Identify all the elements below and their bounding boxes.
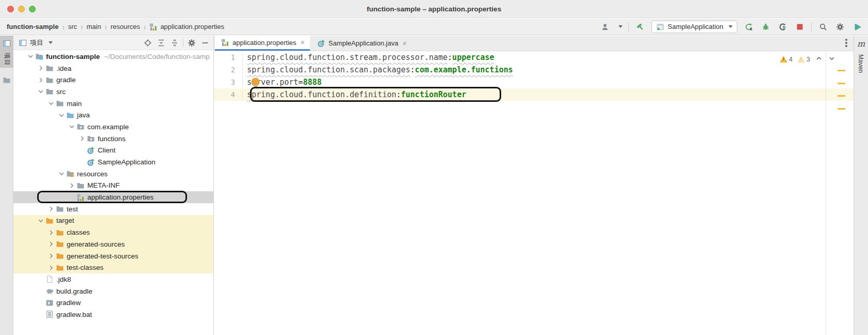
settings-gear-button[interactable]: [834, 21, 846, 33]
tree-chevron-right-icon[interactable]: [47, 252, 56, 260]
tree-item-generated-test-sources[interactable]: generated-test-sources: [13, 250, 213, 262]
tree-item-function-sample[interactable]: function-sample~/Documents/Code/function…: [13, 51, 213, 63]
tree-item-com-example[interactable]: com.example: [13, 121, 213, 133]
tree-item-resources[interactable]: resources: [13, 168, 213, 180]
tree-item-functions[interactable]: functions: [13, 133, 213, 145]
tree-chevron-down-icon[interactable]: [57, 111, 66, 119]
tree-item-main[interactable]: main: [13, 98, 213, 110]
folder-orange-icon: [56, 264, 64, 272]
breadcrumb-item[interactable]: application.properties: [160, 23, 224, 31]
tree-item-sampleapplication[interactable]: CSampleApplication: [13, 156, 213, 168]
close-window-button[interactable]: [7, 6, 14, 12]
tree-item-build-gradle[interactable]: build.gradle: [13, 285, 213, 297]
inspections-widget[interactable]: 4 3: [780, 54, 836, 64]
chevron-down-icon: [57, 170, 66, 178]
tree-item-label: gradlew: [56, 299, 81, 307]
tree-item-classes[interactable]: classes: [13, 226, 213, 238]
intention-bulb-icon[interactable]: [252, 78, 259, 86]
minimize-window-button[interactable]: [18, 6, 25, 12]
zoom-window-button[interactable]: [29, 6, 36, 12]
tree-item-target[interactable]: target: [13, 215, 213, 227]
tool-stripe-maven-button[interactable]: Maven: [858, 54, 865, 73]
up-icon: [815, 54, 823, 63]
tool-stripe-project-button[interactable]: 项目: [0, 36, 13, 68]
error-stripe-warning-mark[interactable]: [838, 95, 845, 97]
editor-tab-application-properties[interactable]: application.properties×: [215, 36, 310, 51]
folder-orange-icon: [45, 217, 54, 225]
next-warning-button[interactable]: [828, 54, 836, 64]
error-stripe-warning-mark[interactable]: [838, 83, 845, 84]
search-everywhere-button[interactable]: [817, 21, 829, 33]
editor-tab-sampleapplication-java[interactable]: CSampleApplication.java×: [311, 36, 412, 51]
tree-chevron-right-icon[interactable]: [36, 64, 45, 72]
tree-chevron-right-icon[interactable]: [36, 76, 45, 84]
hammer-icon: [636, 23, 644, 31]
editor-line-1[interactable]: 1spring.cloud.function.stream.processor.…: [214, 51, 854, 64]
editor-line-4[interactable]: 4spring.cloud.function.definition:functi…: [214, 88, 854, 101]
tree-chevron-down-icon[interactable]: [47, 99, 56, 108]
stop-button[interactable]: [794, 21, 805, 33]
error-stripe-warning-mark[interactable]: [838, 108, 845, 110]
tree-chevron-down-icon[interactable]: [36, 217, 45, 225]
editor-area: application.properties×CSampleApplicatio…: [214, 36, 854, 335]
tree-item-gradlew[interactable]: gradlew: [13, 297, 213, 309]
tree-chevron-right-icon[interactable]: [47, 264, 56, 272]
chevron-down-icon: [47, 99, 55, 108]
breadcrumb-item[interactable]: function-sample: [7, 23, 58, 31]
rerun-button[interactable]: [743, 21, 754, 33]
folder-stripe-icon[interactable]: [3, 76, 11, 84]
run-with-coverage-button[interactable]: [777, 21, 788, 33]
tree-chevron-down-icon[interactable]: [36, 87, 45, 96]
tree-chevron-down-icon[interactable]: [67, 123, 76, 131]
tree-chevron-right-icon[interactable]: [78, 134, 87, 143]
editor-body[interactable]: 1spring.cloud.function.stream.processor.…: [214, 51, 854, 335]
tree-item--jdk8[interactable]: .jdk8: [13, 273, 213, 285]
prev-warning-button[interactable]: [815, 54, 823, 64]
tree-item-client[interactable]: CClient: [13, 145, 213, 157]
tree-item--idea[interactable]: .idea: [13, 63, 213, 74]
project-view-caret-icon[interactable]: [49, 41, 53, 44]
folder-gray-icon: [3, 76, 11, 84]
tree-chevron-right-icon[interactable]: [47, 240, 56, 248]
run-configuration-select[interactable]: SampleApplication: [652, 21, 737, 33]
build-hammer-button[interactable]: [634, 21, 646, 33]
tree-chevron-right-icon[interactable]: [47, 229, 56, 237]
chevron-down-icon: [37, 217, 45, 225]
tree-item-test-classes[interactable]: test-classes: [13, 262, 213, 273]
tree-chevron-down-icon[interactable]: [57, 170, 66, 178]
tree-item-test[interactable]: test: [13, 203, 213, 215]
traffic-lights: [7, 6, 36, 12]
tab-options-kebab-icon[interactable]: [845, 39, 847, 48]
gradient-play-button[interactable]: [851, 21, 863, 33]
tree-chevron-down-icon[interactable]: [26, 52, 35, 60]
breadcrumb-item[interactable]: src: [68, 23, 77, 31]
tab-properties-file-icon: [221, 38, 229, 47]
tab-close-icon[interactable]: ×: [402, 39, 407, 48]
expand-all-button[interactable]: [156, 38, 166, 48]
tree-chevron-right-icon[interactable]: [67, 181, 76, 190]
breadcrumb-item[interactable]: resources: [111, 23, 140, 31]
tree-item-label: function-sample: [46, 53, 100, 60]
tree-item-java[interactable]: java: [13, 109, 213, 121]
tree-item-meta-inf[interactable]: META-INF: [13, 180, 213, 192]
tree-item-gradlew-bat[interactable]: gradlew.bat: [13, 309, 213, 321]
stop-icon: [796, 23, 804, 31]
coverage-icon: [779, 23, 787, 31]
tree-item-src[interactable]: src: [13, 86, 213, 98]
hide-panel-button[interactable]: [200, 38, 210, 48]
script-icon: [45, 299, 54, 307]
breadcrumb-item[interactable]: main: [86, 23, 101, 31]
folder-gray-icon: [45, 76, 54, 84]
tree-item-generated-sources[interactable]: generated-sources: [13, 238, 213, 250]
error-stripe-warning-mark[interactable]: [838, 70, 845, 71]
locate-file-button[interactable]: [143, 38, 153, 48]
tree-item-gradle[interactable]: gradle: [13, 74, 213, 86]
collapse-all-button[interactable]: [169, 38, 180, 48]
debug-button[interactable]: [760, 21, 771, 33]
panel-settings-gear-button[interactable]: [187, 38, 197, 48]
tab-close-icon[interactable]: ×: [301, 38, 305, 47]
vcs-user-button[interactable]: [599, 21, 611, 33]
editor-line-2[interactable]: 2spring.cloud.function.scan.packages:com…: [214, 64, 854, 76]
tree-chevron-right-icon[interactable]: [47, 205, 56, 213]
tree-item-application-properties[interactable]: application.properties: [13, 191, 213, 203]
